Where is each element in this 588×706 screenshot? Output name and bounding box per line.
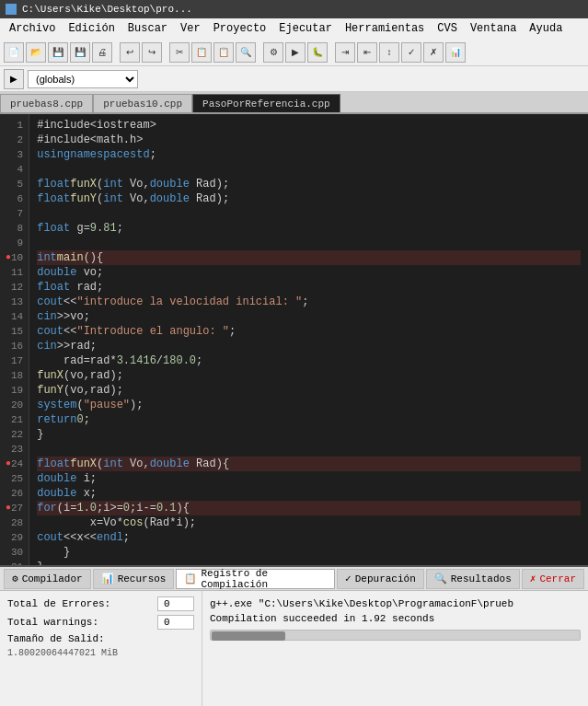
code-line: cout<<"Introduce el angulo: "; bbox=[37, 324, 581, 339]
menu-buscar[interactable]: Buscar bbox=[122, 21, 173, 36]
menu-ayuda[interactable]: Ayuda bbox=[524, 21, 568, 36]
find-button[interactable]: 🔍 bbox=[236, 42, 256, 63]
run-button[interactable]: ▶ bbox=[285, 42, 306, 63]
line-number: 21 bbox=[6, 412, 23, 427]
code-line: } bbox=[37, 427, 581, 442]
redo-button[interactable]: ↪ bbox=[142, 42, 162, 63]
output-line2: Compilation succeeded in 1.92 seconds bbox=[210, 611, 581, 626]
code-line: cin>>vo; bbox=[37, 309, 581, 324]
line-number: 17 bbox=[6, 353, 23, 368]
code-line: double vo; bbox=[37, 265, 581, 280]
indent-button[interactable]: ⇥ bbox=[335, 42, 355, 63]
line-number: ●10 bbox=[6, 250, 23, 265]
code-content[interactable]: #include<iostream>#include<math.h>using … bbox=[29, 114, 588, 565]
line-number: 19 bbox=[6, 383, 23, 398]
debug-button[interactable]: 🐛 bbox=[307, 42, 328, 63]
registro-icon: 📋 bbox=[184, 573, 197, 584]
code-line bbox=[37, 162, 581, 177]
menu-edicion[interactable]: Edición bbox=[63, 21, 120, 36]
scrollbar-thumb[interactable] bbox=[212, 631, 285, 641]
close-btn[interactable]: ✗ bbox=[423, 42, 444, 63]
compilador-icon: ⚙ bbox=[12, 573, 18, 584]
undo-button[interactable]: ↩ bbox=[120, 42, 140, 63]
line-number: 15 bbox=[6, 324, 23, 339]
line-number: 8 bbox=[6, 221, 23, 236]
chart-button[interactable]: 📊 bbox=[445, 42, 466, 63]
cut-button[interactable]: ✂ bbox=[169, 42, 190, 63]
title-bar: C:\Users\Kike\Desktop\pro... bbox=[0, 0, 588, 18]
check-button[interactable]: ✓ bbox=[401, 42, 421, 63]
toggle-button[interactable]: ↕ bbox=[379, 42, 399, 63]
line-number: 7 bbox=[6, 206, 23, 221]
tab-pruebas10[interactable]: pruebas10.cpp bbox=[93, 94, 192, 112]
line-number: 4 bbox=[6, 162, 23, 177]
line-number: 3 bbox=[6, 147, 23, 162]
copy-button[interactable]: 📋 bbox=[191, 42, 212, 63]
tab-paso-por-referencia[interactable]: PasoPorReferencia.cpp bbox=[192, 94, 340, 112]
line-number: 25 bbox=[6, 471, 23, 486]
line-number: 18 bbox=[6, 368, 23, 383]
menu-herramientas[interactable]: Herramientas bbox=[340, 21, 430, 36]
tab-pruebas8[interactable]: pruebas8.cpp bbox=[0, 94, 93, 112]
open-button[interactable]: 📂 bbox=[26, 42, 46, 63]
menu-archivo[interactable]: Archivo bbox=[4, 21, 61, 36]
code-line: cout<<"introduce la velocidad inicial: "… bbox=[37, 295, 581, 309]
btab-depuracion[interactable]: ✓ Depuración bbox=[337, 569, 424, 589]
globals-select[interactable]: (globals) bbox=[28, 70, 138, 88]
new-button[interactable]: 📄 bbox=[4, 42, 24, 63]
code-line: } bbox=[37, 545, 581, 560]
btab-compilador[interactable]: ⚙ Compilador bbox=[4, 569, 91, 589]
menu-ejecutar[interactable]: Ejecutar bbox=[273, 21, 338, 36]
code-line: float funX(int Vo,double Rad){ bbox=[37, 457, 581, 471]
line-number: 31 bbox=[6, 560, 23, 565]
warnings-label: Total warnings: bbox=[7, 617, 98, 628]
code-line: using namespace std; bbox=[37, 147, 581, 162]
print-button[interactable]: 🖨 bbox=[92, 42, 112, 63]
line-number: 26 bbox=[6, 486, 23, 501]
menu-ver[interactable]: Ver bbox=[175, 21, 206, 36]
line-number: 20 bbox=[6, 398, 23, 412]
compile-button[interactable]: ⚙ bbox=[263, 42, 283, 63]
errors-value: 0 bbox=[157, 596, 194, 611]
code-line: float funY(int Vo,double Rad); bbox=[37, 191, 581, 206]
code-line: float g=9.81; bbox=[37, 221, 581, 236]
warnings-value: 0 bbox=[157, 615, 194, 630]
size-value: 1.80020064447021 MiB bbox=[7, 648, 194, 658]
title-text: C:\Users\Kike\Desktop\pro... bbox=[22, 4, 192, 15]
btab-resultados[interactable]: 🔍 Resultados bbox=[426, 569, 520, 589]
paste-button[interactable]: 📋 bbox=[213, 42, 234, 63]
code-line: #include<iostream> bbox=[37, 118, 581, 133]
line-number: 12 bbox=[6, 280, 23, 295]
btab-registro[interactable]: 📋 Registro de Compilación bbox=[176, 569, 335, 589]
save-all-button[interactable]: 💾 bbox=[70, 42, 90, 63]
code-line: funX(vo,rad); bbox=[37, 368, 581, 383]
code-line bbox=[37, 236, 581, 250]
line-number: 29 bbox=[6, 530, 23, 545]
menu-proyecto[interactable]: Proyecto bbox=[208, 21, 272, 36]
save-button[interactable]: 💾 bbox=[48, 42, 68, 63]
btab-cerrar[interactable]: ✗ Cerrar bbox=[522, 569, 584, 589]
code-line: float funX(int Vo,double Rad); bbox=[37, 177, 581, 191]
line-number: 28 bbox=[6, 515, 23, 530]
menu-cvs[interactable]: CVS bbox=[432, 21, 463, 36]
code-line bbox=[37, 442, 581, 457]
globals-toolbar: ▶ (globals) bbox=[0, 66, 588, 92]
warnings-row: Total warnings: 0 bbox=[7, 615, 194, 630]
menu-ventana[interactable]: Ventana bbox=[465, 21, 522, 36]
size-row: Tamaño de Salid: bbox=[7, 633, 194, 644]
code-line: for(i=1.0;i>=0;i-=0.1){ bbox=[37, 501, 581, 515]
line-number: 14 bbox=[6, 309, 23, 324]
btab-recursos[interactable]: 📊 Recursos bbox=[93, 569, 175, 589]
code-line: rad=rad*3.1416/180.0; bbox=[37, 353, 581, 368]
output-scrollbar[interactable] bbox=[210, 630, 581, 641]
cerrar-icon: ✗ bbox=[530, 573, 536, 584]
code-line: float rad; bbox=[37, 280, 581, 295]
code-line: funY(vo,rad); bbox=[37, 383, 581, 398]
recursos-icon: 📊 bbox=[101, 573, 114, 584]
unindent-button[interactable]: ⇤ bbox=[357, 42, 377, 63]
code-line: system("pause"); bbox=[37, 398, 581, 412]
line-number: ●27 bbox=[6, 501, 23, 515]
globals-left-btn[interactable]: ▶ bbox=[4, 69, 24, 89]
code-editor[interactable]: 123456789●1011121314151617181920212223●2… bbox=[0, 114, 588, 565]
line-number: 23 bbox=[6, 442, 23, 457]
